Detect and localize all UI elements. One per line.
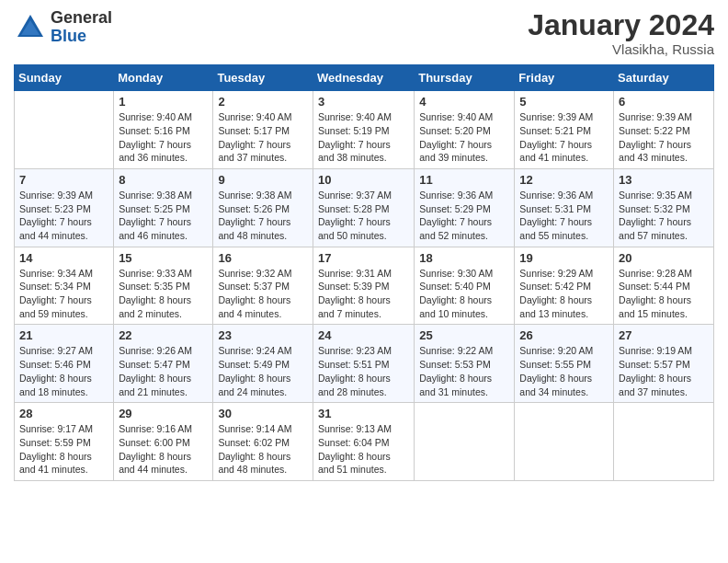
day-number: 21 bbox=[19, 328, 108, 342]
col-wednesday: Wednesday bbox=[313, 65, 414, 91]
table-row bbox=[614, 403, 714, 481]
day-number: 4 bbox=[419, 95, 509, 109]
day-info: Sunrise: 9:16 AMSunset: 6:00 PMDaylight:… bbox=[119, 422, 208, 477]
day-number: 26 bbox=[519, 328, 609, 342]
table-row: 10Sunrise: 9:37 AMSunset: 5:28 PMDayligh… bbox=[313, 168, 414, 247]
table-row: 2Sunrise: 9:40 AMSunset: 5:17 PMDaylight… bbox=[213, 91, 313, 169]
day-info: Sunrise: 9:38 AMSunset: 5:25 PMDaylight:… bbox=[119, 189, 208, 243]
day-info: Sunrise: 9:39 AMSunset: 5:22 PMDaylight:… bbox=[619, 110, 709, 165]
calendar-table: Sunday Monday Tuesday Wednesday Thursday… bbox=[14, 64, 714, 481]
week-row-1: 1Sunrise: 9:40 AMSunset: 5:16 PMDaylight… bbox=[15, 91, 714, 169]
table-row: 4Sunrise: 9:40 AMSunset: 5:20 PMDaylight… bbox=[415, 91, 515, 169]
table-row: 31Sunrise: 9:13 AMSunset: 6:04 PMDayligh… bbox=[313, 403, 414, 481]
header: General Blue January 2024 Vlasikha, Russ… bbox=[14, 9, 714, 57]
table-row: 15Sunrise: 9:33 AMSunset: 5:35 PMDayligh… bbox=[114, 247, 213, 325]
table-row: 8Sunrise: 9:38 AMSunset: 5:25 PMDaylight… bbox=[114, 168, 213, 247]
col-sunday: Sunday bbox=[15, 65, 114, 91]
table-row: 6Sunrise: 9:39 AMSunset: 5:22 PMDaylight… bbox=[614, 91, 714, 169]
logo: General Blue bbox=[14, 9, 112, 46]
day-number: 15 bbox=[119, 251, 208, 265]
logo-text: General Blue bbox=[51, 9, 112, 46]
day-info: Sunrise: 9:39 AMSunset: 5:23 PMDaylight:… bbox=[19, 189, 108, 243]
day-info: Sunrise: 9:30 AMSunset: 5:40 PMDaylight:… bbox=[419, 267, 509, 321]
day-number: 5 bbox=[519, 95, 609, 109]
table-row: 12Sunrise: 9:36 AMSunset: 5:31 PMDayligh… bbox=[515, 168, 614, 247]
day-number: 10 bbox=[318, 173, 409, 187]
col-thursday: Thursday bbox=[415, 65, 515, 91]
table-row: 30Sunrise: 9:14 AMSunset: 6:02 PMDayligh… bbox=[213, 403, 313, 481]
day-number: 14 bbox=[19, 251, 108, 265]
table-row: 27Sunrise: 9:19 AMSunset: 5:57 PMDayligh… bbox=[614, 325, 714, 403]
day-number: 19 bbox=[519, 251, 609, 265]
day-info: Sunrise: 9:24 AMSunset: 5:49 PMDaylight:… bbox=[218, 344, 308, 398]
title-block: January 2024 Vlasikha, Russia bbox=[528, 9, 714, 57]
day-number: 3 bbox=[318, 95, 409, 109]
day-info: Sunrise: 9:19 AMSunset: 5:57 PMDaylight:… bbox=[619, 344, 709, 398]
week-row-3: 14Sunrise: 9:34 AMSunset: 5:34 PMDayligh… bbox=[15, 247, 714, 325]
day-info: Sunrise: 9:35 AMSunset: 5:32 PMDaylight:… bbox=[619, 189, 709, 243]
table-row: 7Sunrise: 9:39 AMSunset: 5:23 PMDaylight… bbox=[15, 168, 114, 247]
page: General Blue January 2024 Vlasikha, Russ… bbox=[0, 0, 728, 563]
calendar-header-row: Sunday Monday Tuesday Wednesday Thursday… bbox=[15, 65, 714, 91]
day-number: 24 bbox=[318, 328, 409, 342]
table-row: 19Sunrise: 9:29 AMSunset: 5:42 PMDayligh… bbox=[515, 247, 614, 325]
col-saturday: Saturday bbox=[614, 65, 714, 91]
table-row: 23Sunrise: 9:24 AMSunset: 5:49 PMDayligh… bbox=[213, 325, 313, 403]
week-row-5: 28Sunrise: 9:17 AMSunset: 5:59 PMDayligh… bbox=[15, 403, 714, 481]
day-info: Sunrise: 9:26 AMSunset: 5:47 PMDaylight:… bbox=[119, 344, 208, 398]
logo-general-text: General bbox=[51, 9, 112, 28]
table-row bbox=[415, 403, 515, 481]
day-info: Sunrise: 9:14 AMSunset: 6:02 PMDaylight:… bbox=[218, 422, 308, 477]
table-row: 13Sunrise: 9:35 AMSunset: 5:32 PMDayligh… bbox=[614, 168, 714, 247]
week-row-2: 7Sunrise: 9:39 AMSunset: 5:23 PMDaylight… bbox=[15, 168, 714, 247]
table-row: 29Sunrise: 9:16 AMSunset: 6:00 PMDayligh… bbox=[114, 403, 213, 481]
table-row: 16Sunrise: 9:32 AMSunset: 5:37 PMDayligh… bbox=[213, 247, 313, 325]
day-number: 11 bbox=[419, 173, 509, 187]
day-number: 17 bbox=[318, 251, 409, 265]
day-number: 22 bbox=[119, 328, 208, 342]
day-info: Sunrise: 9:40 AMSunset: 5:20 PMDaylight:… bbox=[419, 110, 509, 165]
day-info: Sunrise: 9:17 AMSunset: 5:59 PMDaylight:… bbox=[19, 422, 108, 477]
table-row bbox=[15, 91, 114, 169]
day-info: Sunrise: 9:22 AMSunset: 5:53 PMDaylight:… bbox=[419, 344, 509, 398]
day-info: Sunrise: 9:39 AMSunset: 5:21 PMDaylight:… bbox=[519, 110, 609, 165]
table-row: 14Sunrise: 9:34 AMSunset: 5:34 PMDayligh… bbox=[15, 247, 114, 325]
table-row: 25Sunrise: 9:22 AMSunset: 5:53 PMDayligh… bbox=[415, 325, 515, 403]
day-info: Sunrise: 9:36 AMSunset: 5:29 PMDaylight:… bbox=[419, 189, 509, 243]
table-row: 24Sunrise: 9:23 AMSunset: 5:51 PMDayligh… bbox=[313, 325, 414, 403]
day-number: 25 bbox=[419, 328, 509, 342]
day-info: Sunrise: 9:33 AMSunset: 5:35 PMDaylight:… bbox=[119, 267, 208, 321]
table-row: 26Sunrise: 9:20 AMSunset: 5:55 PMDayligh… bbox=[515, 325, 614, 403]
day-number: 20 bbox=[619, 251, 709, 265]
table-row: 5Sunrise: 9:39 AMSunset: 5:21 PMDaylight… bbox=[515, 91, 614, 169]
month-title: January 2024 bbox=[528, 9, 714, 41]
table-row: 22Sunrise: 9:26 AMSunset: 5:47 PMDayligh… bbox=[114, 325, 213, 403]
table-row: 9Sunrise: 9:38 AMSunset: 5:26 PMDaylight… bbox=[213, 168, 313, 247]
day-number: 16 bbox=[218, 251, 308, 265]
day-info: Sunrise: 9:32 AMSunset: 5:37 PMDaylight:… bbox=[218, 267, 308, 321]
col-tuesday: Tuesday bbox=[213, 65, 313, 91]
day-number: 7 bbox=[19, 173, 108, 187]
day-info: Sunrise: 9:23 AMSunset: 5:51 PMDaylight:… bbox=[318, 344, 409, 398]
table-row: 3Sunrise: 9:40 AMSunset: 5:19 PMDaylight… bbox=[313, 91, 414, 169]
day-number: 8 bbox=[119, 173, 208, 187]
table-row: 20Sunrise: 9:28 AMSunset: 5:44 PMDayligh… bbox=[614, 247, 714, 325]
calendar-body: 1Sunrise: 9:40 AMSunset: 5:16 PMDaylight… bbox=[15, 91, 714, 481]
table-row: 1Sunrise: 9:40 AMSunset: 5:16 PMDaylight… bbox=[114, 91, 213, 169]
day-number: 9 bbox=[218, 173, 308, 187]
table-row: 17Sunrise: 9:31 AMSunset: 5:39 PMDayligh… bbox=[313, 247, 414, 325]
day-number: 23 bbox=[218, 328, 308, 342]
day-number: 1 bbox=[119, 95, 208, 109]
location: Vlasikha, Russia bbox=[528, 41, 714, 57]
day-number: 30 bbox=[218, 407, 308, 420]
day-info: Sunrise: 9:34 AMSunset: 5:34 PMDaylight:… bbox=[19, 267, 108, 321]
day-number: 29 bbox=[119, 407, 208, 420]
day-number: 13 bbox=[619, 173, 709, 187]
logo-blue-text: Blue bbox=[51, 28, 112, 46]
table-row: 18Sunrise: 9:30 AMSunset: 5:40 PMDayligh… bbox=[415, 247, 515, 325]
logo-icon bbox=[14, 11, 47, 44]
day-number: 28 bbox=[19, 407, 108, 420]
day-info: Sunrise: 9:37 AMSunset: 5:28 PMDaylight:… bbox=[318, 189, 409, 243]
table-row: 21Sunrise: 9:27 AMSunset: 5:46 PMDayligh… bbox=[15, 325, 114, 403]
day-info: Sunrise: 9:31 AMSunset: 5:39 PMDaylight:… bbox=[318, 267, 409, 321]
